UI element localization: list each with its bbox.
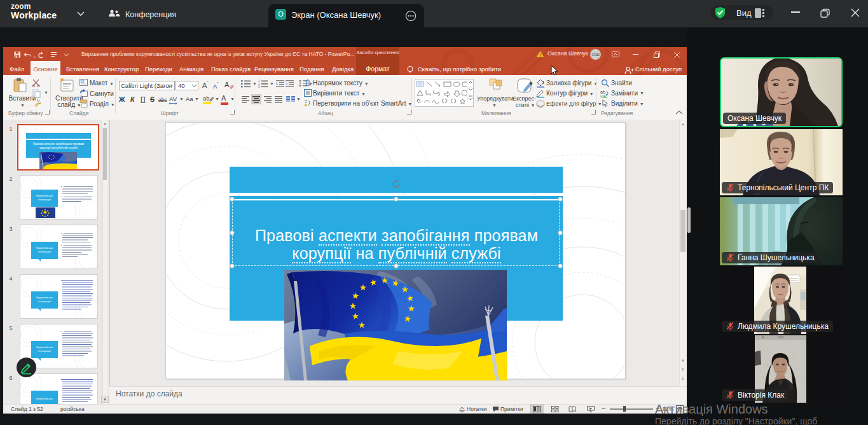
svg-text:Європейська: Європейська [36, 246, 53, 249]
svg-text:корупції на публічній службі: корупції на публічній службі [39, 146, 77, 150]
svg-text:ab: ab [203, 95, 210, 102]
svg-text:!: ! [539, 52, 541, 58]
svg-text:А: А [224, 81, 230, 88]
svg-text:Європейська: Європейська [36, 345, 53, 349]
svg-text:інтеграція: інтеграція [38, 349, 52, 352]
svg-text:Правові аспекти запобігання пр: Правові аспекти запобігання проявам [33, 143, 85, 146]
svg-text:3: 3 [258, 85, 260, 88]
svg-text:інтеграція: інтеграція [38, 198, 52, 201]
svg-text:Європейська: Європейська [36, 194, 53, 197]
svg-text:інтеграція: інтеграція [38, 300, 52, 303]
svg-text:Європейська: Європейська [36, 296, 53, 299]
svg-text:Європейська: Європейська [36, 397, 53, 400]
svg-text:інтеграція: інтеграція [38, 250, 52, 253]
